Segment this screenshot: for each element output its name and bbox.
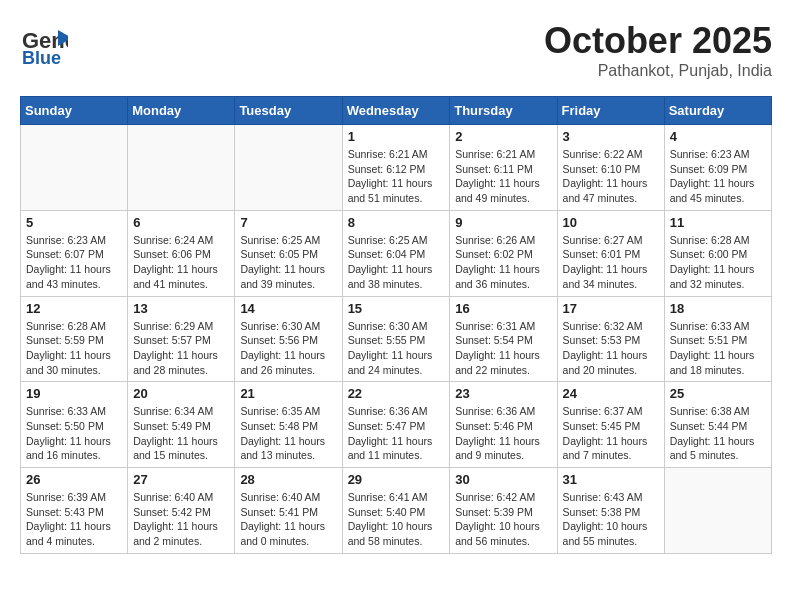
header-thursday: Thursday: [450, 97, 557, 125]
day-info: Sunrise: 6:43 AMSunset: 5:38 PMDaylight:…: [563, 490, 659, 549]
day-info: Sunrise: 6:30 AMSunset: 5:56 PMDaylight:…: [240, 319, 336, 378]
day-number: 4: [670, 129, 766, 144]
day-number: 6: [133, 215, 229, 230]
day-info: Sunrise: 6:31 AMSunset: 5:54 PMDaylight:…: [455, 319, 551, 378]
calendar-cell: 10Sunrise: 6:27 AMSunset: 6:01 PMDayligh…: [557, 210, 664, 296]
calendar-cell: 7Sunrise: 6:25 AMSunset: 6:05 PMDaylight…: [235, 210, 342, 296]
day-number: 17: [563, 301, 659, 316]
day-number: 11: [670, 215, 766, 230]
title-section: October 2025 Pathankot, Punjab, India: [544, 20, 772, 80]
calendar-cell: 15Sunrise: 6:30 AMSunset: 5:55 PMDayligh…: [342, 296, 450, 382]
day-number: 7: [240, 215, 336, 230]
day-number: 3: [563, 129, 659, 144]
logo: General Blue: [20, 20, 68, 68]
day-number: 25: [670, 386, 766, 401]
calendar-cell: 17Sunrise: 6:32 AMSunset: 5:53 PMDayligh…: [557, 296, 664, 382]
calendar-cell: 22Sunrise: 6:36 AMSunset: 5:47 PMDayligh…: [342, 382, 450, 468]
day-info: Sunrise: 6:40 AMSunset: 5:41 PMDaylight:…: [240, 490, 336, 549]
calendar-cell: [235, 125, 342, 211]
month-title: October 2025: [544, 20, 772, 62]
calendar-table: SundayMondayTuesdayWednesdayThursdayFrid…: [20, 96, 772, 554]
calendar-week-1: 1Sunrise: 6:21 AMSunset: 6:12 PMDaylight…: [21, 125, 772, 211]
calendar-cell: [21, 125, 128, 211]
day-info: Sunrise: 6:37 AMSunset: 5:45 PMDaylight:…: [563, 404, 659, 463]
calendar-week-3: 12Sunrise: 6:28 AMSunset: 5:59 PMDayligh…: [21, 296, 772, 382]
day-number: 23: [455, 386, 551, 401]
header-sunday: Sunday: [21, 97, 128, 125]
day-info: Sunrise: 6:35 AMSunset: 5:48 PMDaylight:…: [240, 404, 336, 463]
day-info: Sunrise: 6:26 AMSunset: 6:02 PMDaylight:…: [455, 233, 551, 292]
day-info: Sunrise: 6:27 AMSunset: 6:01 PMDaylight:…: [563, 233, 659, 292]
calendar-cell: 16Sunrise: 6:31 AMSunset: 5:54 PMDayligh…: [450, 296, 557, 382]
day-number: 18: [670, 301, 766, 316]
calendar-cell: 27Sunrise: 6:40 AMSunset: 5:42 PMDayligh…: [128, 468, 235, 554]
calendar-cell: 14Sunrise: 6:30 AMSunset: 5:56 PMDayligh…: [235, 296, 342, 382]
calendar-cell: 6Sunrise: 6:24 AMSunset: 6:06 PMDaylight…: [128, 210, 235, 296]
calendar-cell: 13Sunrise: 6:29 AMSunset: 5:57 PMDayligh…: [128, 296, 235, 382]
day-number: 21: [240, 386, 336, 401]
calendar-cell: 23Sunrise: 6:36 AMSunset: 5:46 PMDayligh…: [450, 382, 557, 468]
calendar-cell: [128, 125, 235, 211]
day-number: 26: [26, 472, 122, 487]
calendar-cell: 9Sunrise: 6:26 AMSunset: 6:02 PMDaylight…: [450, 210, 557, 296]
header-monday: Monday: [128, 97, 235, 125]
day-number: 13: [133, 301, 229, 316]
day-info: Sunrise: 6:25 AMSunset: 6:05 PMDaylight:…: [240, 233, 336, 292]
calendar-cell: 18Sunrise: 6:33 AMSunset: 5:51 PMDayligh…: [664, 296, 771, 382]
calendar-cell: 20Sunrise: 6:34 AMSunset: 5:49 PMDayligh…: [128, 382, 235, 468]
calendar-cell: 30Sunrise: 6:42 AMSunset: 5:39 PMDayligh…: [450, 468, 557, 554]
calendar-cell: 21Sunrise: 6:35 AMSunset: 5:48 PMDayligh…: [235, 382, 342, 468]
day-number: 15: [348, 301, 445, 316]
day-info: Sunrise: 6:40 AMSunset: 5:42 PMDaylight:…: [133, 490, 229, 549]
day-info: Sunrise: 6:33 AMSunset: 5:50 PMDaylight:…: [26, 404, 122, 463]
calendar-cell: 24Sunrise: 6:37 AMSunset: 5:45 PMDayligh…: [557, 382, 664, 468]
calendar-cell: 19Sunrise: 6:33 AMSunset: 5:50 PMDayligh…: [21, 382, 128, 468]
header-wednesday: Wednesday: [342, 97, 450, 125]
calendar-cell: 4Sunrise: 6:23 AMSunset: 6:09 PMDaylight…: [664, 125, 771, 211]
header-friday: Friday: [557, 97, 664, 125]
calendar-cell: 25Sunrise: 6:38 AMSunset: 5:44 PMDayligh…: [664, 382, 771, 468]
header-saturday: Saturday: [664, 97, 771, 125]
calendar-cell: 5Sunrise: 6:23 AMSunset: 6:07 PMDaylight…: [21, 210, 128, 296]
day-info: Sunrise: 6:41 AMSunset: 5:40 PMDaylight:…: [348, 490, 445, 549]
day-info: Sunrise: 6:25 AMSunset: 6:04 PMDaylight:…: [348, 233, 445, 292]
day-number: 28: [240, 472, 336, 487]
day-number: 1: [348, 129, 445, 144]
day-info: Sunrise: 6:21 AMSunset: 6:11 PMDaylight:…: [455, 147, 551, 206]
day-number: 10: [563, 215, 659, 230]
svg-text:Blue: Blue: [22, 48, 61, 68]
day-number: 12: [26, 301, 122, 316]
day-info: Sunrise: 6:29 AMSunset: 5:57 PMDaylight:…: [133, 319, 229, 378]
day-number: 30: [455, 472, 551, 487]
day-number: 31: [563, 472, 659, 487]
day-info: Sunrise: 6:34 AMSunset: 5:49 PMDaylight:…: [133, 404, 229, 463]
day-info: Sunrise: 6:39 AMSunset: 5:43 PMDaylight:…: [26, 490, 122, 549]
calendar-cell: 11Sunrise: 6:28 AMSunset: 6:00 PMDayligh…: [664, 210, 771, 296]
day-number: 22: [348, 386, 445, 401]
day-info: Sunrise: 6:30 AMSunset: 5:55 PMDaylight:…: [348, 319, 445, 378]
calendar-cell: 26Sunrise: 6:39 AMSunset: 5:43 PMDayligh…: [21, 468, 128, 554]
day-number: 19: [26, 386, 122, 401]
day-number: 2: [455, 129, 551, 144]
page-header: General Blue October 2025 Pathankot, Pun…: [20, 20, 772, 80]
day-info: Sunrise: 6:32 AMSunset: 5:53 PMDaylight:…: [563, 319, 659, 378]
day-number: 20: [133, 386, 229, 401]
calendar-cell: 29Sunrise: 6:41 AMSunset: 5:40 PMDayligh…: [342, 468, 450, 554]
calendar-cell: 12Sunrise: 6:28 AMSunset: 5:59 PMDayligh…: [21, 296, 128, 382]
day-number: 9: [455, 215, 551, 230]
day-number: 16: [455, 301, 551, 316]
day-info: Sunrise: 6:21 AMSunset: 6:12 PMDaylight:…: [348, 147, 445, 206]
header-tuesday: Tuesday: [235, 97, 342, 125]
day-info: Sunrise: 6:38 AMSunset: 5:44 PMDaylight:…: [670, 404, 766, 463]
day-info: Sunrise: 6:24 AMSunset: 6:06 PMDaylight:…: [133, 233, 229, 292]
day-info: Sunrise: 6:23 AMSunset: 6:09 PMDaylight:…: [670, 147, 766, 206]
day-info: Sunrise: 6:22 AMSunset: 6:10 PMDaylight:…: [563, 147, 659, 206]
day-info: Sunrise: 6:36 AMSunset: 5:46 PMDaylight:…: [455, 404, 551, 463]
day-info: Sunrise: 6:28 AMSunset: 5:59 PMDaylight:…: [26, 319, 122, 378]
calendar-cell: [664, 468, 771, 554]
calendar-header-row: SundayMondayTuesdayWednesdayThursdayFrid…: [21, 97, 772, 125]
calendar-cell: 31Sunrise: 6:43 AMSunset: 5:38 PMDayligh…: [557, 468, 664, 554]
day-info: Sunrise: 6:36 AMSunset: 5:47 PMDaylight:…: [348, 404, 445, 463]
day-info: Sunrise: 6:42 AMSunset: 5:39 PMDaylight:…: [455, 490, 551, 549]
calendar-week-2: 5Sunrise: 6:23 AMSunset: 6:07 PMDaylight…: [21, 210, 772, 296]
